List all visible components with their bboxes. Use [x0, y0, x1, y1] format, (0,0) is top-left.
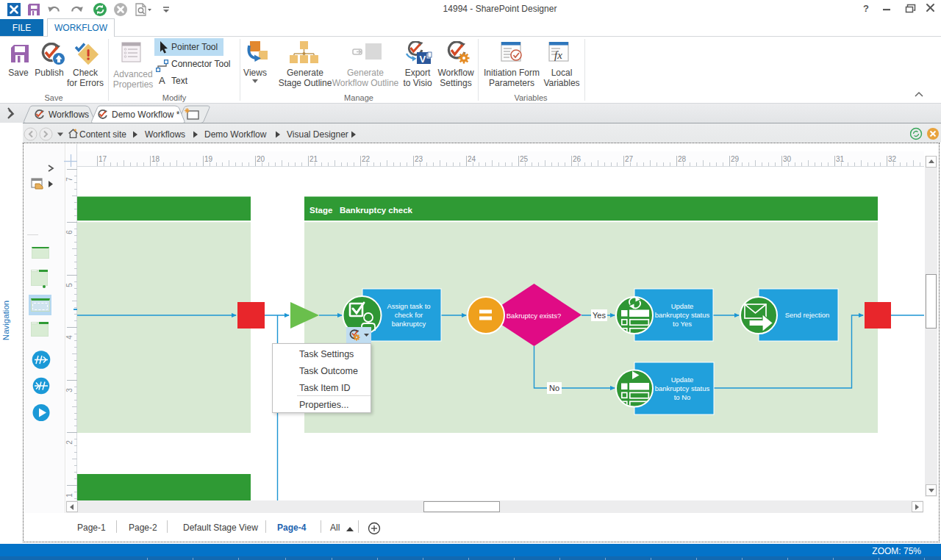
svg-text:Assign task to: Assign task to — [387, 302, 430, 310]
svg-text:check for: check for — [395, 311, 423, 319]
svg-text:to Yes: to Yes — [673, 320, 692, 328]
svg-text:Update: Update — [671, 302, 694, 310]
svg-text:bankruptcy status: bankruptcy status — [655, 384, 710, 392]
svg-text:Bakruptcy exists?: Bakruptcy exists? — [507, 312, 561, 320]
svg-text:Demo Workflow *: Demo Workflow * — [112, 110, 180, 120]
svg-text:fx: fx — [554, 49, 562, 61]
svg-text:V: V — [420, 54, 426, 64]
svg-text:to No: to No — [674, 393, 691, 401]
svg-text:Stage Bankruptcy check: Stage Bankruptcy check — [310, 206, 413, 215]
svg-text:bankruptcy status: bankruptcy status — [655, 311, 710, 319]
svg-text:?: ? — [863, 3, 869, 14]
svg-text:No: No — [549, 384, 559, 392]
svg-text:Update: Update — [671, 376, 694, 384]
svg-text:Yes: Yes — [593, 311, 606, 320]
svg-text:Send rejection: Send rejection — [785, 311, 830, 319]
svg-text:Workflows: Workflows — [49, 110, 89, 120]
svg-text:bankruptcy: bankruptcy — [392, 320, 426, 328]
